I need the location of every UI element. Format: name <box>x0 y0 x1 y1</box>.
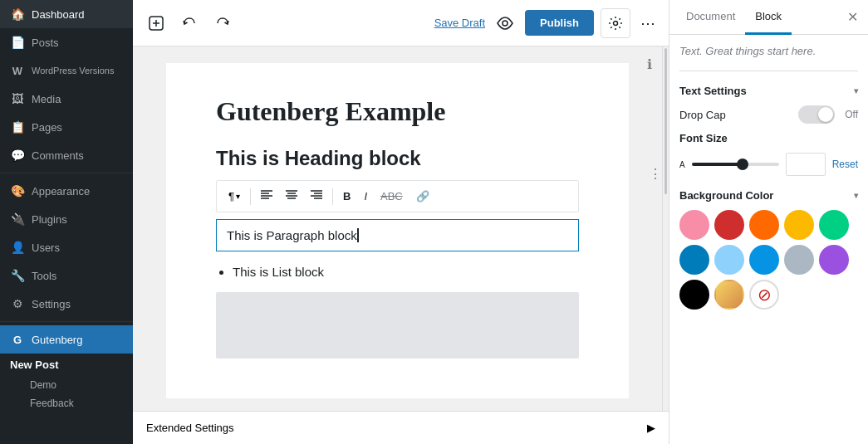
sidebar-item-comments[interactable]: 💬 Comments <box>0 141 133 169</box>
redo-icon <box>215 16 230 31</box>
dropdown-chevron: ▾ <box>236 192 240 201</box>
color-black[interactable] <box>679 280 709 310</box>
sidebar-item-label: Users <box>32 242 60 254</box>
undo-button[interactable] <box>176 10 203 37</box>
text-settings-header[interactable]: Text Settings ▾ <box>679 85 858 97</box>
more-options-button[interactable]: ⋯ <box>637 11 659 36</box>
add-icon <box>149 16 164 31</box>
preview-button[interactable] <box>492 10 518 37</box>
color-vivid-red[interactable] <box>714 210 744 240</box>
color-cool-gray[interactable] <box>784 245 814 275</box>
sidebar-item-dashboard[interactable]: 🏠 Dashboard <box>0 0 133 28</box>
tab-document[interactable]: Document <box>676 0 745 35</box>
info-button[interactable]: ℹ <box>647 56 652 72</box>
color-purple[interactable] <box>819 245 849 275</box>
sidebar-sub-feedback[interactable]: Feedback <box>0 394 133 412</box>
list-block[interactable]: This is List block <box>233 265 579 279</box>
align-center-button[interactable] <box>281 186 302 207</box>
extended-settings-bar[interactable]: Extended Settings ▶ <box>133 411 669 444</box>
drop-cap-toggle[interactable] <box>798 105 835 124</box>
color-luminous-vivid-orange[interactable] <box>749 210 779 240</box>
block-options-button[interactable]: ⋮ <box>649 166 662 182</box>
sidebar-item-pages[interactable]: 📋 Pages <box>0 113 133 141</box>
sidebar-item-posts[interactable]: 📄 Posts <box>0 28 133 56</box>
list-item: This is List block <box>233 265 579 279</box>
color-light-green-cyan[interactable] <box>819 210 849 240</box>
plugins-icon: 🔌 <box>10 212 25 227</box>
sidebar-item-gutenberg[interactable]: G Gutenberg <box>0 325 133 354</box>
sidebar: 🏠 Dashboard 📄 Posts W WordPress Versions… <box>0 0 133 444</box>
sidebar-item-tools[interactable]: 🔧 Tools <box>0 261 133 290</box>
sidebar-item-plugins[interactable]: 🔌 Plugins <box>0 205 133 233</box>
bold-button[interactable]: B <box>338 187 356 206</box>
font-size-slider[interactable] <box>692 163 779 166</box>
font-size-slider-thumb <box>737 159 748 170</box>
sidebar-item-wordpress-versions[interactable]: W WordPress Versions <box>0 56 133 85</box>
panel-body: Text. Great things start here. Text Sett… <box>669 35 868 444</box>
drop-cap-label: Drop Cap <box>679 109 726 121</box>
sidebar-item-appearance[interactable]: 🎨 Appearance <box>0 177 133 205</box>
color-row-1 <box>679 210 858 240</box>
sidebar-sub-demo[interactable]: Demo <box>0 376 133 394</box>
drop-cap-state: Off <box>845 109 858 120</box>
color-light-blue[interactable] <box>714 245 744 275</box>
panel-close-button[interactable]: ✕ <box>844 6 861 28</box>
color-row-3: ⊘ <box>679 280 858 310</box>
text-settings-chevron: ▾ <box>854 86 858 95</box>
panel-placeholder: Text. Great things start here. <box>679 45 858 71</box>
publish-button[interactable]: Publish <box>525 10 594 36</box>
color-gradient[interactable] <box>714 280 744 310</box>
sidebar-divider <box>0 173 133 173</box>
editor-toolbar: Save Draft Publish ⋯ <box>133 0 669 46</box>
editor-heading[interactable]: This is Heading block <box>216 147 579 170</box>
align-left-button[interactable] <box>256 186 277 207</box>
appearance-icon: 🎨 <box>10 183 25 198</box>
background-color-label: Background Color <box>679 189 773 202</box>
settings-toggle-button[interactable] <box>601 8 630 38</box>
new-post-label: New Post <box>0 354 133 376</box>
italic-button[interactable]: I <box>359 187 372 206</box>
sidebar-item-users[interactable]: 👤 Users <box>0 233 133 261</box>
extended-settings-label: Extended Settings <box>146 422 234 434</box>
toolbar-separator-1 <box>250 188 251 205</box>
color-vivid-cyan-blue[interactable] <box>679 245 709 275</box>
image-placeholder <box>216 292 579 359</box>
paragraph-text: This is Paragraph block <box>227 228 357 242</box>
extended-settings-chevron: ▶ <box>647 422 655 434</box>
block-type-dropdown[interactable]: ¶ ▾ <box>223 187 245 206</box>
settings-icon: ⚙ <box>10 296 25 311</box>
color-luminous-vivid-amber[interactable] <box>784 210 814 240</box>
strikethrough-button[interactable]: ABC <box>375 187 408 206</box>
sidebar-item-label: Posts <box>32 37 59 49</box>
save-draft-button[interactable]: Save Draft <box>434 17 485 29</box>
wordpress-icon: W <box>10 63 25 78</box>
svg-point-3 <box>503 21 508 26</box>
editor-scroll-area: ▲ ▼ ℹ Gutenberg Example This is Heading … <box>133 46 669 444</box>
right-panel: Document Block ✕ Text. Great things star… <box>669 0 868 444</box>
users-icon: 👤 <box>10 240 25 255</box>
font-size-input[interactable] <box>786 153 826 176</box>
sidebar-item-label: Comments <box>32 149 84 162</box>
font-size-reset-button[interactable]: Reset <box>832 159 858 170</box>
redo-button[interactable] <box>209 10 236 37</box>
tab-block[interactable]: Block <box>745 0 792 35</box>
toolbar-separator-2 <box>332 188 333 205</box>
sidebar-divider-2 <box>0 321 133 322</box>
link-button[interactable]: 🔗 <box>411 187 434 206</box>
sidebar-item-label: Settings <box>32 298 71 310</box>
paragraph-block[interactable]: This is Paragraph block <box>216 219 579 251</box>
editor-block: Gutenberg Example This is Heading block … <box>166 63 629 398</box>
color-no-color[interactable]: ⊘ <box>749 280 779 310</box>
background-color-header[interactable]: Background Color ▾ <box>679 189 858 202</box>
add-block-button[interactable] <box>143 10 169 37</box>
font-size-small-a: A <box>679 160 685 169</box>
editor-scrollbar[interactable] <box>662 46 669 411</box>
color-cyan-blue[interactable] <box>749 245 779 275</box>
align-right-button[interactable] <box>306 186 327 207</box>
editor-content: ℹ Gutenberg Example This is Heading bloc… <box>133 46 662 411</box>
sidebar-item-settings[interactable]: ⚙ Settings <box>0 290 133 318</box>
sidebar-item-media[interactable]: 🖼 Media <box>0 85 133 113</box>
editor-title[interactable]: Gutenberg Example <box>216 96 579 127</box>
color-pale-pink[interactable] <box>679 210 709 240</box>
align-center-icon <box>286 189 297 201</box>
